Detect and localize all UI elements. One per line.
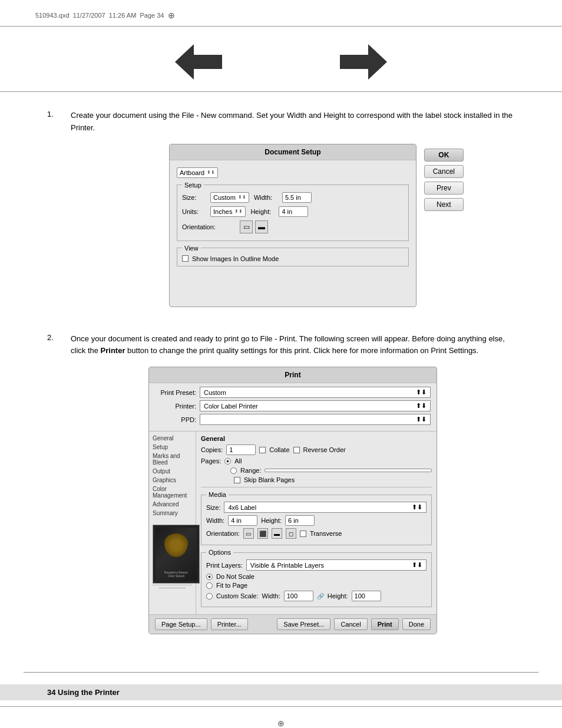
size-label: Size: [182,194,206,201]
portrait-icon[interactable]: ▭ [240,220,253,233]
next-button[interactable]: Next [424,198,464,211]
page-footer: 34 Using the Printer [0,684,562,700]
show-images-checkbox[interactable] [182,255,189,262]
print-layers-select[interactable]: Visible & Printable Layers ⬆⬇ [246,559,427,571]
all-radio[interactable] [224,458,231,465]
print-top-rows: Print Preset: Custom ⬆⬇ Printer: Color L… [149,383,437,431]
print-thumbnail: Raspberry BreezeColor Splash [153,525,200,584]
ppd-arrow: ⬆⬇ [416,416,427,423]
range-radio[interactable] [230,467,237,474]
doc-setup-title: Document Setup [170,144,416,160]
step-1-block: 1. Create your document using the File -… [47,110,515,319]
setup-fieldset: Setup Size: Custom ⬆⬇ Width: 5.5 in [177,182,409,241]
printer-select[interactable]: Color Label Printer ⬆⬇ [200,400,431,411]
orient3-icon-print[interactable]: ▬ [272,528,282,539]
content-area: 1. Create your document using the File -… [0,104,562,672]
custom-scale-radio[interactable] [206,593,213,599]
orientation-label: Orientation: [182,223,235,230]
print-layers-value: Visible & Printable Layers [250,562,324,569]
skip-blank-checkbox[interactable] [234,477,240,483]
printer-setup-button[interactable]: Printer... [211,618,248,630]
page-setup-button[interactable]: Page Setup... [155,618,207,630]
nav-advanced[interactable]: Advanced [149,500,196,509]
copies-row: Copies: 1 Collate Reverse Order [201,444,432,455]
height-input[interactable]: 4 in [279,206,308,217]
scale-height-input[interactable]: 100 [352,591,381,601]
size-value: Custom [213,194,236,201]
reverse-order-checkbox[interactable] [293,447,300,453]
orient4-icon-print[interactable]: ◻ [286,528,296,539]
nav-graphics[interactable]: Graphics [149,476,196,485]
printer-row: Printer: Color Label Printer ⬆⬇ [155,400,431,411]
units-select[interactable]: Inches ⬆⬇ [210,206,246,217]
header-filename: 510943.qxd [35,12,70,19]
ok-button[interactable]: OK [424,149,464,162]
options-fieldset: Options Print Layers: Visible & Printabl… [201,549,432,607]
show-images-row: Show Images In Outline Mode [182,255,404,262]
portrait-icon-print[interactable]: ▭ [243,528,254,539]
doc-setup-dialog: Document Setup Artboard ⬆⬇ [169,144,416,307]
step-2-number: 2. [47,333,59,647]
collate-checkbox[interactable] [259,447,266,453]
pages-row: Pages: All [201,457,432,465]
nav-summary[interactable]: Summary [149,509,196,518]
nav-output[interactable]: Output [149,467,196,476]
general-section-label: General [201,435,432,442]
doc-setup-content: Artboard ⬆⬇ Setup Size: [170,160,416,307]
bottom-right-buttons: Save Preset... Cancel Print Done [277,618,431,630]
save-preset-button[interactable]: Save Preset... [277,618,330,630]
artboard-select[interactable]: Artboard ⬆⬇ [177,167,218,178]
preset-select[interactable]: Custom ⬆⬇ [200,387,431,398]
media-size-value: 4x6 Label [228,504,256,511]
units-value: Inches [213,208,232,215]
ppd-select[interactable]: ⬆⬇ [200,414,431,425]
transverse-checkbox[interactable] [300,531,306,537]
size-select[interactable]: Custom ⬆⬇ [210,192,249,203]
orientation-row: Orientation: ▭ ▬ [182,220,404,233]
do-not-scale-radio[interactable] [206,574,213,580]
fit-to-page-row: Fit to Page [206,582,427,589]
range-input[interactable] [265,469,432,472]
scale-height-label: Height: [328,592,348,599]
printer-arrow: ⬆⬇ [416,402,427,410]
ppd-label: PPD: [155,416,196,423]
artboard-row: Artboard ⬆⬇ [177,167,409,178]
scale-width-input[interactable]: 100 [284,591,313,601]
dialog-spacer [177,270,409,299]
landscape-icon[interactable]: ▬ [255,220,268,233]
done-button[interactable]: Done [402,618,431,630]
media-height-input[interactable]: 6 in [285,515,315,526]
thumb-text: Raspberry BreezeColor Splash [157,571,196,578]
nav-general[interactable]: General [149,434,196,443]
media-dims-row: Width: 4 in Height: 6 in [206,515,427,526]
prev-arrow[interactable] [175,44,222,80]
footer-text: 34 Using the Printer [47,688,120,697]
width-input[interactable]: 5.5 in [282,192,312,203]
landscape-icon-print[interactable]: ⬛ [257,528,268,539]
custom-scale-row: Custom Scale: Width: 100 🔗 Height: 100 [206,591,427,601]
prev-button[interactable]: Prev [424,182,464,195]
media-size-select[interactable]: 4x6 Label ⬆⬇ [224,502,427,513]
nav-setup[interactable]: Setup [149,443,196,452]
nav-marks-bleed[interactable]: Marks and Bleed [149,452,196,467]
ppd-row: PPD: ⬆⬇ [155,414,431,425]
nav-color-mgmt[interactable]: Color Management [149,485,196,500]
fit-to-page-radio[interactable] [206,582,213,589]
media-width-label: Width: [206,517,224,524]
print-button[interactable]: Print [371,618,399,630]
media-width-input[interactable]: 4 in [228,515,257,526]
cancel-print-button[interactable]: Cancel [334,618,367,630]
thumbnail-container: Raspberry BreezeColor Splash ···········… [149,522,196,593]
header-time: 11:26 AM [109,12,136,19]
step-2-block: 2. Once your document is created and rea… [47,333,515,647]
scale-width-label: Width: [262,592,280,599]
cancel-button[interactable]: Cancel [424,165,464,178]
size-row: Size: Custom ⬆⬇ Width: 5.5 in [182,192,404,203]
copies-input[interactable]: 1 [226,444,256,455]
view-fieldset: View Show Images In Outline Mode [177,245,409,266]
doc-setup-container: Document Setup Artboard ⬆⬇ [169,144,416,307]
units-arrow: ⬆⬇ [234,209,243,214]
next-arrow[interactable] [340,44,387,80]
preset-arrow: ⬆⬇ [416,388,427,396]
options-legend: Options [206,549,233,556]
